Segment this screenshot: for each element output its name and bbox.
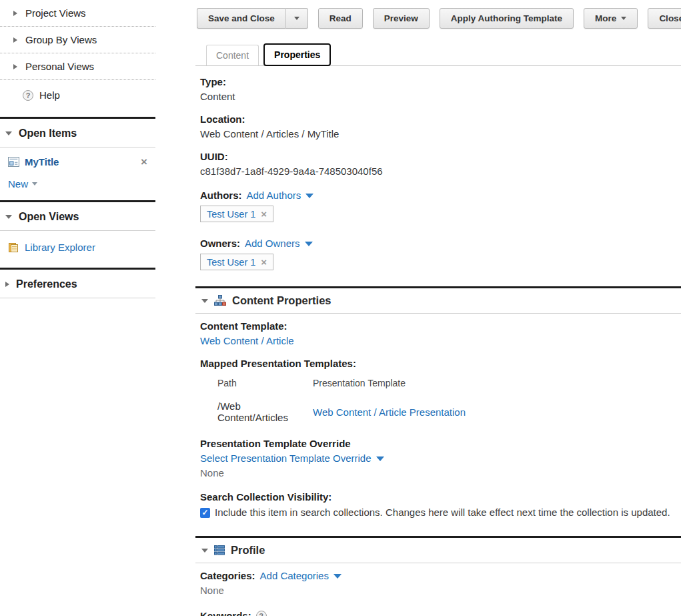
location-value: Web Content / Articles / MyTitle (200, 127, 681, 141)
content-template-link[interactable]: Web Content / Article (200, 335, 294, 346)
type-value: Content (200, 89, 681, 104)
authors-field: Authors: Add Authors Test User 1 × (200, 188, 681, 222)
chevron-down-icon (5, 131, 12, 135)
author-chip-label: Test User 1 (207, 209, 255, 220)
open-view-library-explorer[interactable]: Library Explorer (0, 231, 157, 268)
chevron-right-icon (13, 11, 17, 16)
presentation-template-link[interactable]: Web Content / Article Presentation (313, 406, 466, 418)
keywords-field: Keywords: ? (200, 609, 681, 616)
more-button[interactable]: More (584, 8, 638, 29)
column-header-presentation-template: Presentation Template (313, 375, 466, 394)
close-item-icon[interactable]: × (141, 158, 147, 167)
item-status-dropdown[interactable]: New (0, 172, 157, 200)
sidebar-item-label: Group By Views (25, 34, 97, 45)
type-label: Type: (200, 75, 681, 89)
sidebar-item-project-views[interactable]: Project Views (0, 0, 157, 26)
section-title: Content Properties (232, 294, 331, 307)
collapse-section-icon[interactable] (201, 549, 208, 553)
help-icon[interactable]: ? (256, 611, 267, 616)
mapped-templates-field: Mapped Presentation Templates: Path Pres… (200, 356, 681, 426)
owners-field: Owners: Add Owners Test User 1 × (200, 236, 681, 270)
library-icon (8, 242, 19, 253)
uuid-value: c81f38d7-1a8f-4929-9a4a-748503040f56 (200, 164, 681, 179)
chevron-down-icon (5, 215, 12, 219)
select-override-link[interactable]: Select Presentation Template Override (200, 451, 372, 466)
search-visibility-text: Include this item in search collections.… (215, 505, 670, 521)
open-views-section-header[interactable]: Open Views (0, 202, 157, 230)
sidebar: Project Views Group By Views Personal Vi… (0, 0, 157, 616)
location-label: Location: (200, 112, 681, 127)
mapped-templates-table: Path Presentation Template /Web Content/… (217, 375, 466, 426)
authors-label: Authors: (200, 188, 242, 203)
sidebar-item-label: Project Views (25, 7, 86, 19)
path-cell: /Web Content/Articles (217, 394, 313, 426)
chevron-down-icon[interactable] (333, 574, 342, 579)
remove-author-icon[interactable]: × (261, 208, 267, 220)
section-title: Preferences (16, 278, 77, 290)
sidebar-item-group-by-views[interactable]: Group By Views (0, 27, 157, 53)
tab-bar: Content Properties (195, 43, 681, 66)
profile-section-header: Profile (200, 538, 681, 563)
main-panel: Save and Close Read Preview Apply Author… (195, 0, 681, 616)
sidebar-item-label: Personal Views (25, 61, 94, 72)
override-value: None (200, 466, 681, 481)
help-icon: ? (23, 90, 33, 101)
chevron-down-icon (621, 17, 626, 20)
library-explorer-link: Library Explorer (25, 242, 95, 253)
uuid-label: UUID: (200, 149, 681, 164)
column-header-path: Path (217, 375, 313, 394)
toolbar: Save and Close Read Preview Apply Author… (197, 8, 681, 29)
section-title: Open Items (19, 127, 77, 139)
open-item-mytitle-link[interactable]: MyTitle (25, 156, 59, 168)
tab-content[interactable]: Content (206, 45, 259, 65)
add-owners-link[interactable]: Add Owners (245, 236, 300, 251)
collapse-section-icon[interactable] (201, 299, 208, 303)
search-visibility-label: Search Collection Visibility: (200, 490, 681, 505)
section-title: Open Views (19, 211, 79, 223)
add-authors-link[interactable]: Add Authors (247, 188, 301, 203)
more-button-label: More (595, 13, 616, 23)
location-field: Location: Web Content / Articles / MyTit… (200, 112, 681, 141)
chevron-down-icon[interactable] (305, 242, 313, 246)
author-chip: Test User 1 × (200, 206, 273, 222)
save-and-close-button[interactable]: Save and Close (197, 8, 285, 29)
uuid-field: UUID: c81f38d7-1a8f-4929-9a4a-748503040f… (200, 149, 681, 179)
chevron-right-icon (13, 37, 17, 43)
categories-field: Categories: Add Categories None (200, 569, 681, 598)
content-item-icon (8, 156, 19, 168)
chevron-down-icon[interactable] (305, 194, 313, 198)
add-categories-link[interactable]: Add Categories (260, 569, 329, 583)
preferences-section-header[interactable]: Preferences (0, 270, 157, 298)
save-and-close-split-button: Save and Close (197, 8, 308, 29)
table-row: /Web Content/Articles Web Content / Arti… (217, 394, 466, 426)
presentation-template-override-field: Presentation Template Override Select Pr… (200, 436, 681, 481)
owner-chip-label: Test User 1 (207, 257, 255, 268)
categories-label: Categories: (200, 569, 255, 583)
apply-authoring-template-button[interactable]: Apply Authoring Template (440, 8, 574, 29)
open-items-section-header[interactable]: Open Items (0, 119, 157, 147)
item-status-label: New (8, 178, 28, 190)
sitemap-icon (214, 295, 226, 306)
table-header-row: Path Presentation Template (217, 375, 466, 394)
override-label: Presentation Template Override (200, 436, 681, 451)
chevron-down-icon (32, 182, 37, 186)
search-visibility-checkbox[interactable]: ✓ (200, 508, 210, 518)
profile-section-body: Categories: Add Categories None Keywords… (200, 563, 681, 616)
open-item-row: MyTitle × (0, 147, 157, 172)
content-properties-section-header: Content Properties (200, 288, 681, 313)
tab-properties[interactable]: Properties (263, 43, 331, 66)
divider (0, 298, 155, 298)
save-and-close-dropdown-button[interactable] (285, 8, 308, 29)
chevron-right-icon (5, 282, 9, 287)
sidebar-item-personal-views[interactable]: Personal Views (0, 53, 157, 79)
sidebar-item-help[interactable]: ? Help (0, 80, 157, 117)
close-button[interactable]: Close (648, 8, 681, 29)
read-button[interactable]: Read (318, 8, 363, 29)
content-template-label: Content Template: (200, 319, 681, 334)
keywords-label: Keywords: (200, 609, 251, 616)
preview-button[interactable]: Preview (373, 8, 430, 29)
chevron-down-icon[interactable] (376, 456, 384, 461)
remove-owner-icon[interactable]: × (261, 256, 267, 268)
chevron-down-icon (294, 17, 299, 20)
profile-list-icon (214, 545, 225, 555)
